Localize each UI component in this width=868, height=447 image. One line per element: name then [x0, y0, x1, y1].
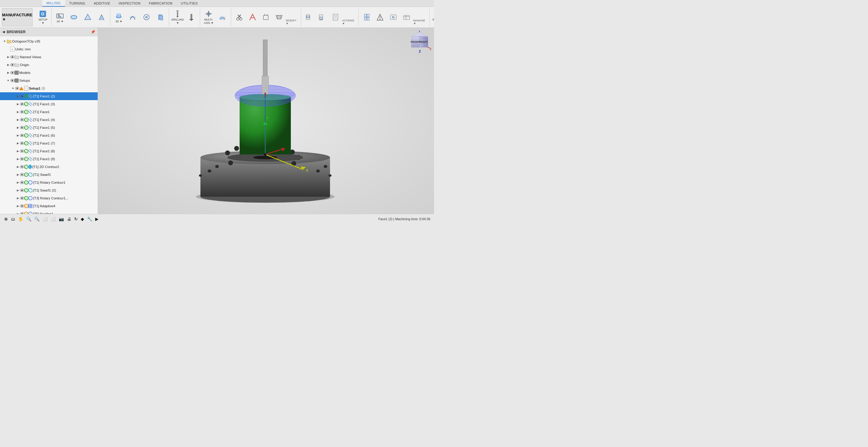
models-label: Models: [19, 71, 30, 74]
tab-milling[interactable]: MILLING: [42, 0, 65, 7]
op10-eye[interactable]: [20, 173, 24, 176]
tree-models[interactable]: ▶ Models: [0, 69, 98, 77]
models-eye[interactable]: [10, 71, 14, 74]
status-tool-11[interactable]: ◆: [80, 216, 85, 222]
op13-eye[interactable]: [20, 197, 24, 200]
2d-btn-4[interactable]: [95, 9, 108, 25]
modify-btn-1[interactable]: [233, 9, 246, 25]
multi-axis-btn-1[interactable]: MULTI-AXIS ▼: [202, 9, 215, 25]
manage-btn-3[interactable]: G: [387, 9, 400, 25]
multi-axis-btn-2[interactable]: [216, 9, 229, 25]
op15-eye[interactable]: [20, 212, 24, 214]
manage-btn-1[interactable]: [361, 9, 373, 25]
tree-op-13[interactable]: ▶ ✓ [T3] Rotary Contour1...: [0, 194, 98, 202]
2d-btn-1[interactable]: 2D ▼: [53, 9, 67, 25]
op1-eye[interactable]: [20, 102, 24, 106]
3d-btn-4[interactable]: [154, 9, 167, 25]
actions-btn-2[interactable]: G1 G2: [316, 9, 329, 25]
root-name: OctogoonTOp v35: [12, 39, 40, 43]
op5-eye[interactable]: [20, 134, 24, 137]
tree-op-3[interactable]: ▶ ✓ [T1] Face1 (4): [0, 116, 98, 124]
op0-eye[interactable]: [20, 95, 24, 98]
tree-setup1[interactable]: ▼ Setup1: [0, 85, 98, 92]
tree-op-7[interactable]: ▶ ✓ [T1] Face1 (8): [0, 147, 98, 155]
2d-btn-3[interactable]: [81, 9, 94, 25]
tree-op-5[interactable]: ▶ ✓ [T1] Face1 (6): [0, 131, 98, 139]
modify-btn-4[interactable]: [273, 9, 285, 25]
drilling-btn-1[interactable]: DRILLING ▼: [171, 9, 184, 25]
tree-op-2[interactable]: ▶ ✓ [T1] Face1: [0, 108, 98, 116]
op3-eye[interactable]: [20, 118, 24, 121]
tab-turning[interactable]: TURNING: [65, 0, 90, 7]
tab-fabrication[interactable]: FABRICATION: [145, 0, 177, 7]
viewport[interactable]: Y Y: [98, 28, 434, 214]
tree-origin[interactable]: ▶ Origin: [0, 61, 98, 69]
op7-eye[interactable]: [20, 150, 24, 153]
status-tool-4[interactable]: 🔍: [26, 216, 32, 222]
tree-op-11[interactable]: ▶ ✓ [T1] Rotary Contour1: [0, 179, 98, 186]
op14-eye[interactable]: [20, 205, 24, 208]
tree-op-12[interactable]: ▶ ✓ [T1] Swarf1 (2): [0, 186, 98, 194]
status-tool-2[interactable]: 🗂: [10, 216, 16, 222]
tree-op-9[interactable]: ▶ ✓ [T1] 2D Contour2: [0, 163, 98, 171]
browser-collapse-icon[interactable]: ◀: [2, 30, 5, 33]
view-cube[interactable]: FRONT RIGHT Z X: [408, 31, 431, 53]
op11-eye[interactable]: [20, 181, 24, 184]
3d-btn-3[interactable]: [140, 9, 153, 25]
origin-eye[interactable]: [10, 63, 14, 66]
drilling-btn-2[interactable]: [185, 9, 198, 25]
setup-button[interactable]: G SETUP ▼: [36, 9, 50, 25]
3d-btn-1[interactable]: 3D ▼: [112, 9, 125, 25]
tree-op-10[interactable]: ▶ ✓ [T1] Swarf1: [0, 171, 98, 179]
status-tool-12[interactable]: 🔧: [87, 216, 93, 222]
svg-text:FRONT: FRONT: [411, 40, 420, 43]
status-tool-10[interactable]: ↻: [73, 216, 79, 222]
tab-utilities[interactable]: UTILITIES: [177, 0, 202, 7]
actions-btn-3[interactable]: [329, 9, 341, 25]
manage-btn-2[interactable]: [374, 9, 386, 25]
root-expand[interactable]: ▼: [2, 39, 7, 43]
status-tool-13[interactable]: ▶: [95, 216, 99, 222]
inspect-btn-1[interactable]: INSPECT ▼: [432, 9, 434, 25]
setup1-eye[interactable]: [15, 87, 19, 90]
tree-op-15[interactable]: ▶ ✓ [T5] Scallop1: [0, 210, 98, 214]
3d-btn-2[interactable]: [126, 9, 139, 25]
2d-btn-2[interactable]: [67, 9, 81, 25]
op8-eye[interactable]: [20, 157, 24, 160]
tree-named-views[interactable]: ▶ Named Views: [0, 53, 98, 61]
tree-op-4[interactable]: ▶ ✓ [T1] Face1 (5): [0, 124, 98, 131]
svg-rect-37: [367, 14, 369, 17]
tree-root[interactable]: ▼ OctogoonTOp v35: [0, 37, 98, 45]
modify-btn-2[interactable]: [246, 9, 259, 25]
tab-inspection[interactable]: INSPECTION: [115, 0, 145, 7]
tree-op-14[interactable]: ▶ ✓ [T1] Adaptive4: [0, 202, 98, 210]
op12-eye[interactable]: [20, 189, 24, 192]
setups-eye[interactable]: [10, 79, 14, 82]
actions-btn-1[interactable]: G1: [303, 9, 315, 25]
tree-op-0[interactable]: ▶ ✓ [T1] Face1 (2): [0, 92, 98, 100]
tree-op-8[interactable]: ▶ ✓ [T1] Face1 (9): [0, 155, 98, 163]
manufacture-button[interactable]: MANUFACTURE ▼: [2, 8, 33, 26]
modify-btn-3[interactable]: [259, 9, 272, 25]
status-tool-9[interactable]: 🖨: [66, 216, 72, 222]
status-tool-8[interactable]: 📷: [58, 216, 64, 222]
status-tool-3[interactable]: ✋: [18, 216, 24, 222]
op8-op-icon: [28, 157, 33, 161]
op4-eye[interactable]: [20, 126, 24, 129]
op2-eye[interactable]: [20, 110, 24, 113]
tree-op-1[interactable]: ▶ ✓ [T1] Face1 (3): [0, 100, 98, 108]
status-tool-7[interactable]: ⬜: [50, 216, 56, 222]
browser-pin-button[interactable]: 📌: [91, 30, 95, 34]
setup1-page-icon: [24, 86, 28, 91]
tab-additive[interactable]: ADDITIVE: [90, 0, 115, 7]
status-tool-5[interactable]: 🔍: [34, 216, 40, 222]
named-views-eye[interactable]: [10, 56, 14, 59]
tree-op-6[interactable]: ▶ ✓ [T1] Face1 (7): [0, 139, 98, 147]
op8-check: ✓: [24, 157, 28, 161]
status-tool-6[interactable]: ⬜: [42, 216, 48, 222]
tree-setups[interactable]: ▼ Setups: [0, 77, 98, 85]
status-tool-1[interactable]: ⊕: [4, 216, 8, 222]
manage-btn-4[interactable]: [400, 9, 413, 25]
op6-eye[interactable]: [20, 142, 24, 145]
op9-eye[interactable]: [20, 165, 24, 168]
